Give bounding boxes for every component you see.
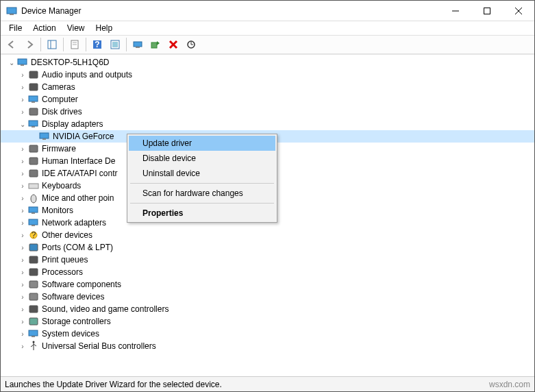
svg-rect-50 xyxy=(29,330,38,336)
tree-category[interactable]: ⌄ Display adapters xyxy=(1,118,534,130)
mouse-icon xyxy=(28,193,39,204)
tree-category[interactable]: › Cameras xyxy=(1,81,534,93)
firmware-icon xyxy=(28,143,39,154)
context-menu-item[interactable]: Update driver xyxy=(129,136,275,151)
menu-separator xyxy=(130,183,274,184)
category-label: Software components xyxy=(42,280,121,289)
tree-category[interactable]: › Software components xyxy=(1,278,534,291)
svg-rect-21 xyxy=(18,59,27,64)
expand-icon[interactable]: › xyxy=(17,306,28,313)
tree-category[interactable]: › Computer xyxy=(1,93,534,106)
enable-device-button[interactable] xyxy=(147,36,164,53)
category-label: Computer xyxy=(42,95,78,104)
context-menu: Update driverDisable deviceUninstall dev… xyxy=(127,134,277,223)
minimize-button[interactable] xyxy=(440,1,471,21)
expand-icon[interactable]: › xyxy=(17,330,28,338)
tree-category[interactable]: › Print queues xyxy=(1,254,534,266)
properties-button[interactable] xyxy=(66,36,83,53)
ide-icon xyxy=(28,168,39,179)
category-label: System devices xyxy=(42,329,99,339)
expand-icon[interactable]: › xyxy=(17,232,28,239)
menu-help[interactable]: Help xyxy=(90,22,119,34)
category-label: Software devices xyxy=(42,292,104,302)
svg-rect-39 xyxy=(29,219,38,225)
context-menu-item[interactable]: Properties xyxy=(129,206,275,221)
refresh-button[interactable] xyxy=(107,36,123,53)
tree-root[interactable]: ⌄ DESKTOP-5LH1Q6D xyxy=(1,56,534,69)
update-driver-button[interactable] xyxy=(129,36,146,53)
close-button[interactable] xyxy=(503,1,534,21)
expand-icon[interactable]: › xyxy=(17,293,28,301)
svg-rect-29 xyxy=(32,126,35,127)
tree-category[interactable]: › Storage controllers xyxy=(1,315,534,328)
expand-icon[interactable]: › xyxy=(17,244,28,252)
uninstall-button[interactable] xyxy=(165,36,182,53)
tree-category[interactable]: › ? Other devices xyxy=(1,229,534,241)
menu-action[interactable]: Action xyxy=(27,22,61,34)
tree-category[interactable]: › Processors xyxy=(1,266,534,278)
tree-category[interactable]: › Sound, video and game controllers xyxy=(1,303,534,315)
svg-rect-27 xyxy=(29,108,38,115)
expand-icon[interactable]: › xyxy=(17,219,28,227)
expand-icon[interactable]: › xyxy=(17,195,28,202)
expand-icon[interactable]: › xyxy=(17,71,28,79)
expand-icon[interactable]: › xyxy=(17,96,28,103)
expand-icon[interactable]: ⌄ xyxy=(17,121,28,128)
expand-icon[interactable]: › xyxy=(17,158,28,165)
svg-rect-40 xyxy=(32,225,35,226)
disk-icon xyxy=(28,106,39,117)
tree-category[interactable]: › Disk drives xyxy=(1,106,534,118)
svg-rect-43 xyxy=(29,244,38,251)
svg-rect-17 xyxy=(151,42,157,48)
svg-rect-35 xyxy=(29,184,38,188)
expand-icon[interactable]: › xyxy=(17,170,28,177)
context-menu-item[interactable]: Scan for hardware changes xyxy=(129,186,275,201)
collapse-icon[interactable]: ⌄ xyxy=(6,59,17,66)
show-hide-tree-button[interactable] xyxy=(44,36,60,53)
monitor-icon xyxy=(28,205,39,216)
expand-icon[interactable]: › xyxy=(17,343,28,350)
category-label: Display adapters xyxy=(42,119,103,129)
svg-rect-47 xyxy=(29,293,38,300)
audio-icon xyxy=(28,69,39,80)
category-label: Firmware xyxy=(42,144,76,154)
expand-icon[interactable]: › xyxy=(17,207,28,215)
tree-category[interactable]: › Universal Serial Bus controllers xyxy=(1,340,534,352)
expand-icon[interactable]: › xyxy=(17,84,28,91)
category-label: Audio inputs and outputs xyxy=(42,70,132,79)
menu-view[interactable]: View xyxy=(62,22,90,34)
back-button[interactable] xyxy=(3,36,20,53)
svg-rect-1 xyxy=(10,14,14,15)
menu-file[interactable]: File xyxy=(3,22,27,34)
expand-icon[interactable]: › xyxy=(17,182,28,190)
help-button[interactable]: ? xyxy=(89,36,105,53)
context-menu-item[interactable]: Uninstall device xyxy=(129,166,275,181)
expand-icon[interactable]: › xyxy=(17,108,28,116)
svg-rect-34 xyxy=(29,170,38,177)
computer-icon xyxy=(17,57,28,68)
svg-rect-26 xyxy=(32,101,35,103)
tree-category[interactable]: › Ports (COM & LPT) xyxy=(1,241,534,254)
expand-icon[interactable]: › xyxy=(17,256,28,264)
sound-icon xyxy=(28,304,39,315)
expand-icon[interactable]: › xyxy=(17,318,28,326)
category-label: Universal Serial Bus controllers xyxy=(42,341,156,351)
tree-category[interactable]: › Software devices xyxy=(1,291,534,303)
maximize-button[interactable] xyxy=(471,1,503,21)
scan-hardware-button[interactable] xyxy=(183,36,199,53)
category-label: Disk drives xyxy=(42,107,82,117)
svg-rect-37 xyxy=(29,207,38,212)
network-icon xyxy=(28,217,39,228)
expand-icon[interactable]: › xyxy=(17,145,28,153)
display-icon xyxy=(39,131,50,142)
expand-icon[interactable]: › xyxy=(17,269,28,276)
category-label: Mice and other poin xyxy=(42,193,114,203)
context-menu-item[interactable]: Disable device xyxy=(129,151,275,166)
category-label: Storage controllers xyxy=(42,317,111,326)
forward-button[interactable] xyxy=(21,36,38,53)
expand-icon[interactable]: › xyxy=(17,281,28,289)
svg-rect-15 xyxy=(134,42,142,47)
tree-category[interactable]: › Audio inputs and outputs xyxy=(1,69,534,81)
tree-category[interactable]: › System devices xyxy=(1,328,534,340)
svg-rect-33 xyxy=(29,158,38,164)
